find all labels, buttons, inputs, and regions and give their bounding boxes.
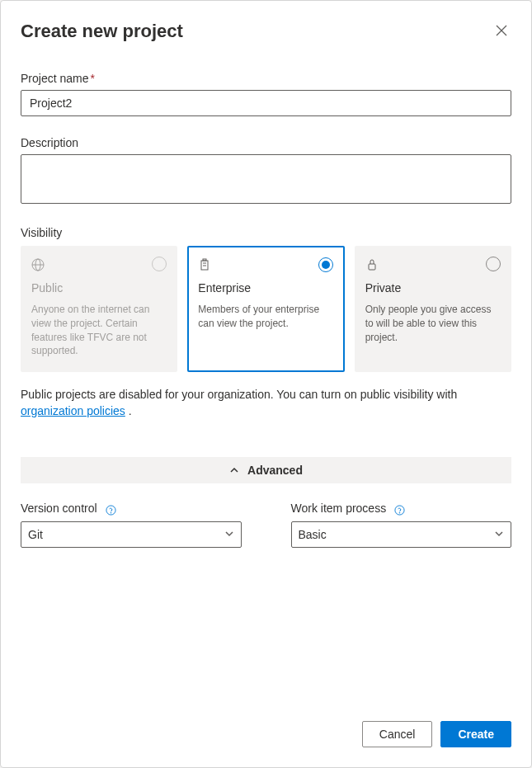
visibility-desc: Anyone on the internet can view the proj… [31,303,167,358]
help-icon[interactable] [394,503,405,516]
svg-rect-6 [203,259,206,261]
description-input[interactable] [21,154,511,204]
visibility-option-enterprise[interactable]: Enterprise Members of your enterprise ca… [187,246,344,372]
radio-private[interactable] [486,257,501,271]
version-control-select[interactable]: Git [21,521,242,548]
visibility-title: Public [31,281,167,294]
visibility-option-public: Public Anyone on the internet can view t… [21,246,177,372]
create-button[interactable]: Create [440,721,511,747]
cancel-button[interactable]: Cancel [362,721,433,747]
advanced-fields: Version control Git Work item process [21,502,511,547]
svg-point-11 [111,513,111,514]
project-name-label: Project name* [21,72,511,85]
dialog-footer: Cancel Create [21,721,511,747]
chevron-down-icon [494,528,504,541]
radio-enterprise[interactable] [318,257,333,272]
work-item-process-select[interactable]: Basic [291,521,512,548]
visibility-desc: Members of your enterprise can view the … [198,303,333,331]
help-icon[interactable] [106,503,116,516]
visibility-desc: Only people you give access to will be a… [365,303,501,344]
svg-rect-9 [369,264,375,270]
organization-policies-link[interactable]: organization policies [21,404,125,417]
visibility-label: Visibility [21,226,511,239]
create-project-dialog: Create new project Project name* Descrip… [0,0,532,768]
public-disabled-notice: Public projects are disabled for your or… [21,387,511,419]
required-indicator: * [90,72,94,85]
project-name-input[interactable] [21,90,511,116]
version-control-value: Git [28,528,43,541]
dialog-header: Create new project [21,21,511,42]
description-label: Description [21,136,511,149]
dialog-title: Create new project [21,21,183,42]
visibility-title: Enterprise [198,281,333,294]
globe-icon [31,258,167,271]
svg-point-13 [399,513,400,514]
project-name-field: Project name* [21,72,511,116]
chevron-down-icon [224,528,234,541]
visibility-field: Visibility Public Anyone on the internet… [21,226,511,419]
close-button[interactable] [492,21,511,41]
visibility-option-private[interactable]: Private Only people you give access to w… [355,246,511,372]
work-item-process-field: Work item process Basic [291,502,512,547]
visibility-title: Private [365,281,501,294]
description-field: Description [21,136,511,206]
work-item-process-label: Work item process [291,502,512,516]
lock-icon [365,258,501,271]
visibility-options: Public Anyone on the internet can view t… [21,246,511,372]
work-item-process-value: Basic [299,528,327,541]
version-control-field: Version control Git [21,502,242,547]
advanced-toggle[interactable]: Advanced [21,457,511,483]
version-control-label: Version control [21,502,242,516]
close-icon [496,25,507,39]
chevron-up-icon [229,465,239,475]
building-icon [198,258,333,271]
